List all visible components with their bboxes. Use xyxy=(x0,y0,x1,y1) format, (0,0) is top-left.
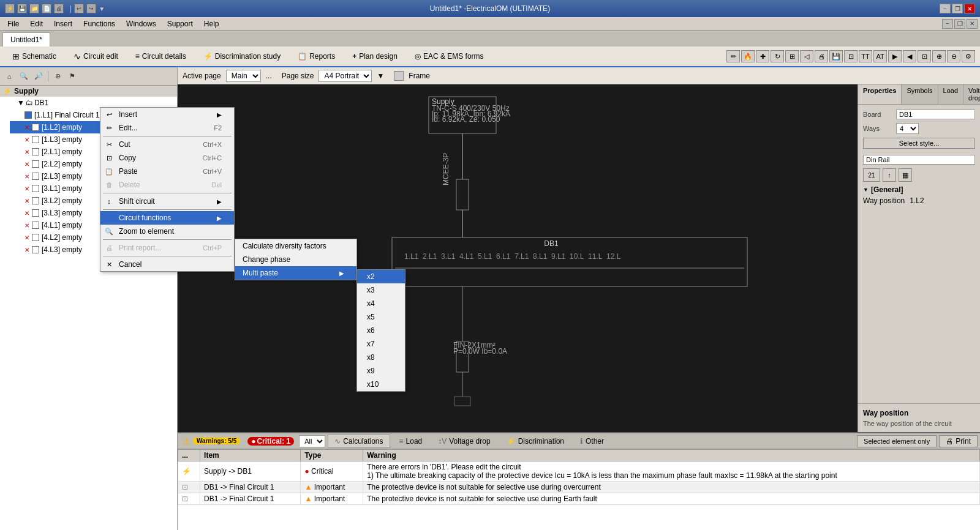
toolbar-at[interactable]: AT xyxy=(873,50,887,62)
cm-cut[interactable]: ✂ Cut Ctrl+X xyxy=(100,138,234,151)
menu-windows[interactable]: Windows xyxy=(121,18,161,29)
toolbar-grid[interactable]: ⊞ xyxy=(785,50,799,62)
menu-insert[interactable]: Insert xyxy=(49,18,77,29)
ribbon-tab-circuit-details[interactable]: ≡ Circuit details xyxy=(128,48,194,65)
cm-print-report[interactable]: 🖨 Print report... Ctrl+P xyxy=(100,241,234,255)
toolbar-tt[interactable]: TT xyxy=(859,50,872,62)
bottom-tab-calculations[interactable]: ∿ Calculations xyxy=(328,435,390,448)
redo-icon[interactable]: ↪ xyxy=(86,4,96,13)
menu-functions[interactable]: Functions xyxy=(78,18,120,29)
tree-checkbox-4[interactable] xyxy=(32,160,39,168)
mp-x10[interactable]: x10 xyxy=(357,378,405,391)
menu-file[interactable]: File xyxy=(2,18,24,29)
mp-x4[interactable]: x4 xyxy=(357,297,405,310)
selected-only-btn[interactable]: Selected element only xyxy=(857,435,937,447)
menu-help[interactable]: Help xyxy=(199,18,224,29)
print-btn[interactable]: 🖨 Print xyxy=(939,435,978,447)
left-search-btn[interactable]: 🔍 xyxy=(17,70,31,83)
toolbar-zoom-fit[interactable]: ⊡ xyxy=(918,50,931,62)
cm-copy[interactable]: ⊡ Copy Ctrl+C xyxy=(100,151,234,165)
tree-checkbox-0[interactable] xyxy=(24,111,32,119)
toolbar-print2[interactable]: 🖨 xyxy=(815,50,828,62)
active-page-select[interactable]: Main xyxy=(226,70,261,82)
right-tab-volt-drop[interactable]: Volt drop xyxy=(963,84,980,104)
tree-checkbox-5[interactable] xyxy=(32,173,39,180)
toolbar-paint[interactable]: 🔥 xyxy=(741,50,755,62)
left-add-btn[interactable]: ⊕ xyxy=(51,70,64,83)
ribbon-tab-schematic[interactable]: ⊞ Schematic xyxy=(5,48,64,66)
tree-checkbox-11[interactable] xyxy=(32,246,39,253)
quick-open-icon[interactable]: 📁 xyxy=(29,4,39,13)
toolbar-refresh[interactable]: ↻ xyxy=(771,50,784,62)
tree-checkbox-8[interactable] xyxy=(32,209,39,217)
prop-btn-3[interactable]: ▦ xyxy=(899,168,912,182)
ribbon-tab-eac[interactable]: ◎ EAC & EMS forms xyxy=(407,48,491,65)
mp-x7[interactable]: x7 xyxy=(357,337,405,351)
right-tab-symbols[interactable]: Symbols xyxy=(902,84,938,104)
document-tab[interactable]: Untitled1* xyxy=(2,32,50,47)
tree-checkbox-3[interactable] xyxy=(32,148,39,155)
mp-x8[interactable]: x8 xyxy=(357,351,405,364)
cm-paste[interactable]: 📋 Paste Ctrl+V xyxy=(100,165,234,178)
tree-checkbox-7[interactable] xyxy=(32,197,39,204)
tree-checkbox-10[interactable] xyxy=(32,234,39,241)
left-flag-btn[interactable]: ⚑ xyxy=(66,70,79,83)
board-input[interactable] xyxy=(896,110,975,119)
tree-checkbox-1[interactable] xyxy=(32,124,39,131)
app-restore-btn[interactable]: ❐ xyxy=(954,19,965,29)
prop-btn-1[interactable]: 21 xyxy=(863,168,880,182)
toolbar-cross[interactable]: ✚ xyxy=(756,50,769,62)
right-tab-load[interactable]: Load xyxy=(938,84,963,104)
title-restore-btn[interactable]: ❐ xyxy=(952,4,963,13)
quick-save-icon[interactable]: 💾 xyxy=(17,4,27,13)
toolbar-arrow-r[interactable]: ▶ xyxy=(888,50,902,62)
toolbar-save2[interactable]: 💾 xyxy=(829,50,843,62)
page-size-dropdown[interactable]: ▼ xyxy=(377,72,384,80)
menu-edit[interactable]: Edit xyxy=(25,18,48,29)
left-home-btn[interactable]: ⌂ xyxy=(2,70,16,83)
tree-checkbox-9[interactable] xyxy=(32,222,39,229)
cm-shift-circuit[interactable]: ↕ Shift circuit ▶ xyxy=(100,195,234,208)
cm-edit[interactable]: ✏ Edit... F2 xyxy=(100,121,234,135)
cm-zoom-to-element[interactable]: 🔍 Zoom to element xyxy=(100,225,234,238)
toolbar-arrow-l[interactable]: ◀ xyxy=(903,50,916,62)
ribbon-tab-reports[interactable]: 📋 Reports xyxy=(290,48,342,65)
toolbar-copy2[interactable]: ⊡ xyxy=(844,50,858,62)
title-minimize-btn[interactable]: − xyxy=(940,4,951,13)
app-close-btn[interactable]: ✕ xyxy=(967,19,978,29)
tree-checkbox-2[interactable] xyxy=(32,136,39,143)
bottom-tab-load[interactable]: ≡ Load xyxy=(393,435,429,448)
ribbon-tab-discrimination[interactable]: ⚡ Discrimination study xyxy=(196,48,288,65)
mp-x2[interactable]: x2 xyxy=(357,270,405,283)
undo-icon[interactable]: ↩ xyxy=(74,4,84,13)
cm-circuit-functions[interactable]: Circuit functions ▶ xyxy=(100,211,234,225)
cm-cancel[interactable]: ✕ Cancel xyxy=(100,258,234,271)
toolbar-back[interactable]: ◁ xyxy=(800,50,813,62)
bottom-tab-discrimination[interactable]: ⚡ Discrimination xyxy=(500,435,571,448)
page-dots[interactable]: ... xyxy=(266,72,272,80)
bottom-tab-voltage-drop[interactable]: ↕V Voltage drop xyxy=(431,435,497,448)
toolbar-zoom-out[interactable]: ⊖ xyxy=(947,50,960,62)
bottom-tab-other[interactable]: ℹ Other xyxy=(573,435,611,448)
tree-checkbox-6[interactable] xyxy=(32,185,39,192)
select-style-button[interactable]: Select style... xyxy=(863,138,975,149)
left-search2-btn[interactable]: 🔎 xyxy=(32,70,45,83)
cm-insert[interactable]: ↩ Insert ▶ xyxy=(100,108,234,121)
title-close-btn[interactable]: ✕ xyxy=(964,4,975,13)
quick-print-icon[interactable]: 🖨 xyxy=(54,4,64,13)
toolbar-pencil[interactable]: ✏ xyxy=(726,50,740,62)
right-tab-properties[interactable]: Properties xyxy=(858,84,902,104)
mp-x3[interactable]: x3 xyxy=(357,283,405,297)
prop-btn-2[interactable]: ↑ xyxy=(883,168,896,182)
ribbon-tab-circuit-edit[interactable]: ∿ Circuit edit xyxy=(66,48,126,66)
toolbar-zoom-in[interactable]: ⊕ xyxy=(932,50,946,62)
toolbar-settings[interactable]: ⚙ xyxy=(962,50,975,62)
app-minimize-btn[interactable]: − xyxy=(942,19,953,29)
mp-x9[interactable]: x9 xyxy=(357,364,405,378)
mp-x5[interactable]: x5 xyxy=(357,310,405,324)
mp-x6[interactable]: x6 xyxy=(357,324,405,337)
page-size-select[interactable]: A4 Portrait xyxy=(318,70,372,82)
menu-support[interactable]: Support xyxy=(162,18,198,29)
cm-delete[interactable]: 🗑 Delete Del xyxy=(100,178,234,192)
quick-new-icon[interactable]: 📄 xyxy=(42,4,51,13)
